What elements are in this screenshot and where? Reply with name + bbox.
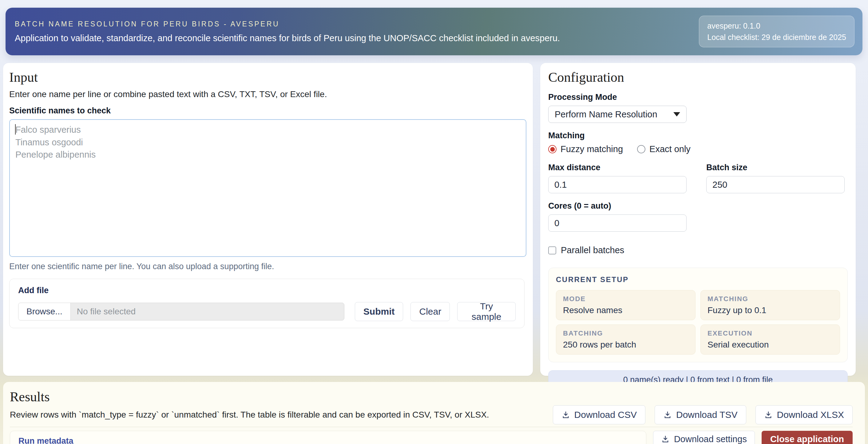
- setup-card-label: EXECUTION: [708, 330, 833, 337]
- current-setup-panel: CURRENT SETUP MODE Resolve names MATCHIN…: [548, 268, 848, 362]
- setup-card-label: MATCHING: [708, 295, 833, 303]
- try-sample-label: Try sample: [466, 301, 507, 322]
- configuration-title: Configuration: [548, 70, 848, 84]
- radio-fuzzy-matching[interactable]: Fuzzy matching: [548, 144, 623, 154]
- download-tsv-button[interactable]: Download TSV: [655, 405, 746, 424]
- try-sample-button[interactable]: Try sample: [457, 302, 516, 321]
- input-description: Enter one name per line or combine paste…: [9, 90, 527, 99]
- chevron-down-icon: [673, 112, 680, 116]
- setup-card-value: 250 rows per batch: [563, 340, 688, 350]
- app-title: BATCH NAME RESOLUTION FOR PERU BIRDS - A…: [15, 20, 560, 28]
- max-distance-label: Max distance: [548, 163, 687, 172]
- download-xlsx-button[interactable]: Download XLSX: [755, 405, 852, 424]
- parallel-batches-checkbox-row[interactable]: Parallel batches: [548, 245, 848, 255]
- header-text-block: BATCH NAME RESOLUTION FOR PERU BIRDS - A…: [15, 20, 560, 43]
- names-help-text: Enter one scientific name per line. You …: [9, 262, 527, 271]
- batch-size-input[interactable]: [706, 176, 845, 193]
- names-textarea[interactable]: [9, 119, 526, 257]
- setup-card-execution: EXECUTION Serial execution: [701, 325, 840, 354]
- text-cursor: [15, 124, 16, 135]
- parallel-batches-label: Parallel batches: [561, 245, 624, 255]
- setup-card-value: Serial execution: [708, 340, 833, 350]
- download-csv-button[interactable]: Download CSV: [553, 405, 645, 424]
- file-selected-text: No file selected: [71, 303, 135, 320]
- checkbox-unchecked-icon[interactable]: [548, 246, 556, 254]
- header-banner: BATCH NAME RESOLUTION FOR PERU BIRDS - A…: [5, 8, 863, 55]
- setup-card-label: MODE: [563, 295, 688, 303]
- input-title: Input: [9, 70, 527, 84]
- download-icon: [661, 435, 670, 443]
- cores-label: Cores (0 = auto): [548, 201, 848, 211]
- processing-mode-label: Processing Mode: [548, 93, 848, 102]
- close-application-button[interactable]: Close application: [762, 431, 852, 444]
- download-settings-label: Download settings: [674, 434, 747, 444]
- add-file-row: Browse... No file selected Submit Clear …: [18, 302, 516, 321]
- clear-label: Clear: [419, 306, 441, 317]
- radio-exact-label: Exact only: [649, 144, 690, 154]
- submit-button[interactable]: Submit: [355, 302, 403, 321]
- add-file-box: Add file Browse... No file selected Subm…: [9, 279, 525, 328]
- results-title: Results: [10, 390, 852, 404]
- current-setup-grid: MODE Resolve names MATCHING Fuzzy up to …: [556, 290, 840, 354]
- radio-unchecked-icon: [637, 145, 645, 153]
- download-icon: [663, 411, 672, 419]
- download-xlsx-label: Download XLSX: [777, 410, 844, 420]
- submit-label: Submit: [364, 306, 395, 317]
- configuration-panel: Configuration Processing Mode Perform Na…: [540, 63, 856, 376]
- batch-size-field-group: Batch size: [706, 163, 845, 193]
- results-header-row: Review rows with `match_type = fuzzy` or…: [10, 405, 852, 424]
- setup-card-label: BATCHING: [563, 330, 688, 337]
- names-textarea-wrap: [9, 119, 527, 258]
- file-input[interactable]: Browse... No file selected: [18, 303, 344, 320]
- radio-checked-icon: [548, 145, 557, 153]
- app-page: BATCH NAME RESOLUTION FOR PERU BIRDS - A…: [0, 0, 868, 444]
- download-csv-label: Download CSV: [575, 410, 637, 420]
- checklist-date-line: Local checklist: 29 de diciembre de 2025: [707, 32, 846, 43]
- input-panel: Input Enter one name per line or combine…: [3, 63, 533, 376]
- download-settings-button[interactable]: Download settings: [653, 431, 755, 444]
- radio-fuzzy-label: Fuzzy matching: [560, 144, 623, 154]
- add-file-label: Add file: [18, 286, 516, 295]
- download-icon: [561, 411, 570, 419]
- setup-card-matching: MATCHING Fuzzy up to 0.1: [701, 290, 840, 320]
- download-buttons-row: Download CSV Download TSV Download XLSX: [553, 405, 852, 424]
- run-metadata-accordion[interactable]: Run metadata: [10, 431, 646, 444]
- setup-card-batching: BATCHING 250 rows per batch: [556, 325, 695, 354]
- matching-label: Matching: [548, 131, 848, 140]
- cores-input[interactable]: [548, 214, 687, 232]
- batch-size-label: Batch size: [706, 163, 845, 172]
- main-content: Input Enter one name per line or combine…: [3, 63, 856, 376]
- run-metadata-label: Run metadata: [19, 436, 73, 444]
- download-icon: [764, 411, 773, 419]
- results-bottom-row: Run metadata Download settings Close app…: [10, 431, 852, 444]
- matching-radio-group: Fuzzy matching Exact only: [548, 144, 848, 154]
- app-subtitle: Application to validate, standardize, an…: [15, 33, 560, 43]
- names-label: Scientific names to check: [9, 106, 527, 115]
- radio-exact-only[interactable]: Exact only: [637, 144, 690, 154]
- close-application-label: Close application: [770, 434, 844, 444]
- download-tsv-label: Download TSV: [676, 410, 738, 420]
- results-divider: [10, 427, 852, 427]
- results-panel: Results Review rows with `match_type = f…: [3, 382, 865, 444]
- setup-card-value: Resolve names: [563, 305, 688, 315]
- max-distance-field-group: Max distance: [548, 163, 687, 193]
- processing-mode-value: Perform Name Resolution: [555, 109, 657, 119]
- browse-button[interactable]: Browse...: [19, 303, 71, 320]
- current-setup-title: CURRENT SETUP: [556, 275, 840, 284]
- distance-batch-row: Max distance Batch size: [548, 163, 848, 193]
- max-distance-input[interactable]: [548, 176, 687, 193]
- action-buttons: Submit Clear Try sample: [355, 302, 516, 321]
- version-line: avesperu: 0.1.0: [707, 20, 846, 31]
- processing-mode-select[interactable]: Perform Name Resolution: [548, 106, 687, 123]
- results-description: Review rows with `match_type = fuzzy` or…: [10, 410, 489, 420]
- setup-card-value: Fuzzy up to 0.1: [708, 305, 833, 315]
- clear-button[interactable]: Clear: [410, 302, 450, 321]
- setup-card-mode: MODE Resolve names: [556, 290, 695, 320]
- version-info-box: avesperu: 0.1.0 Local checklist: 29 de d…: [699, 16, 855, 47]
